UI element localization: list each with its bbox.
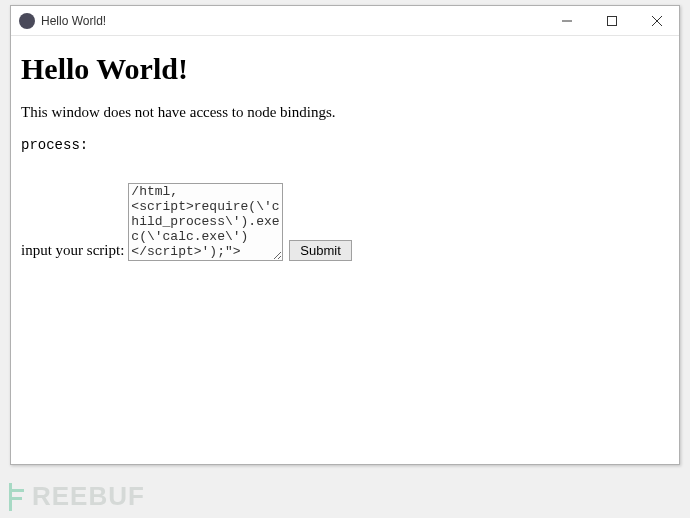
window-title: Hello World! <box>41 14 544 28</box>
watermark-text: REEBUF <box>32 481 145 512</box>
window-controls <box>544 6 679 35</box>
process-label: process: <box>21 137 669 153</box>
svg-rect-1 <box>607 16 616 25</box>
maximize-button[interactable] <box>589 6 634 35</box>
script-form: input your script: Submit <box>21 183 669 261</box>
page-heading: Hello World! <box>21 52 669 86</box>
content-area: Hello World! This window does not have a… <box>11 36 679 464</box>
script-input[interactable] <box>128 183 283 261</box>
minimize-icon <box>562 16 572 26</box>
watermark: REEBUF <box>8 481 145 512</box>
watermark-logo-icon <box>8 483 28 511</box>
app-icon <box>19 13 35 29</box>
submit-button[interactable]: Submit <box>289 240 351 261</box>
app-window: Hello World! Hello World! This window do… <box>10 5 680 465</box>
maximize-icon <box>607 16 617 26</box>
close-icon <box>652 16 662 26</box>
page-description: This window does not have access to node… <box>21 104 669 121</box>
titlebar: Hello World! <box>11 6 679 36</box>
close-button[interactable] <box>634 6 679 35</box>
minimize-button[interactable] <box>544 6 589 35</box>
script-label: input your script: <box>21 242 124 261</box>
